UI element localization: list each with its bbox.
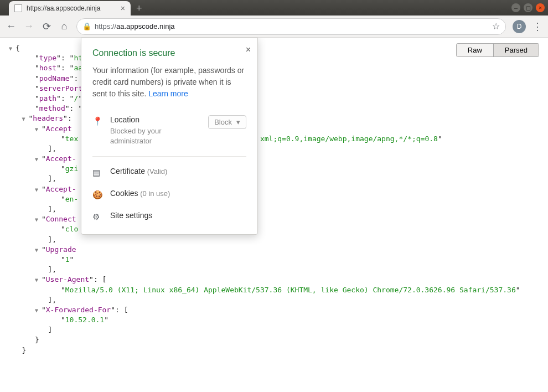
- cookie-icon: 🍪: [92, 189, 102, 200]
- learn-more-link[interactable]: Learn more: [148, 89, 188, 98]
- window-close-button[interactable]: ×: [536, 3, 545, 12]
- new-tab-button[interactable]: +: [136, 3, 142, 16]
- lock-icon[interactable]: 🔒: [82, 22, 91, 30]
- window-titlebar: https://aa.appscode.ninja × + – ◻ ×: [0, 0, 548, 16]
- browser-tab[interactable]: https://aa.appscode.ninja ×: [9, 1, 131, 16]
- json-view-toggle: Raw Parsed: [456, 43, 539, 57]
- address-bar[interactable]: 🔒 https://aa.appscode.ninja ☆: [76, 18, 506, 35]
- certificate-icon: ▤: [92, 167, 102, 178]
- window-minimize-button[interactable]: –: [511, 3, 520, 12]
- tab-title: https://aa.appscode.ninja: [27, 4, 100, 12]
- location-row: 📍 Location Blocked by your administrator…: [92, 110, 246, 152]
- popup-close-icon[interactable]: ×: [246, 45, 251, 55]
- reload-button[interactable]: ⟳: [41, 20, 52, 33]
- site-info-popup: × Connection is secure Your information …: [81, 38, 258, 235]
- location-sub: Blocked by your administrator: [110, 126, 200, 146]
- page-favicon: [14, 4, 22, 12]
- bookmark-star-icon[interactable]: ☆: [492, 21, 500, 32]
- popup-title: Connection is secure: [92, 48, 246, 58]
- url-protocol: https://: [95, 22, 116, 30]
- forward-button[interactable]: →: [23, 20, 34, 32]
- certificate-row[interactable]: ▤ Certificate (Valid): [92, 161, 246, 183]
- site-settings-row[interactable]: ⚙ Site settings: [92, 205, 246, 228]
- gear-icon: ⚙: [92, 211, 102, 222]
- window-controls: – ◻ ×: [511, 3, 545, 12]
- browser-toolbar: ← → ⟳ ⌂ 🔒 https://aa.appscode.ninja ☆ D …: [0, 16, 548, 38]
- location-icon: 📍: [92, 115, 102, 126]
- location-label: Location: [110, 115, 200, 124]
- browser-menu-button[interactable]: ⋮: [533, 20, 542, 33]
- home-button[interactable]: ⌂: [59, 20, 70, 32]
- parsed-tab[interactable]: Parsed: [494, 44, 539, 56]
- window-maximize-button[interactable]: ◻: [524, 3, 533, 12]
- cookies-row[interactable]: 🍪 Cookies (0 in use): [92, 183, 246, 205]
- chevron-down-icon: ▾: [236, 118, 240, 126]
- page-content: Raw Parsed ▼{ "type": "ht "host": "aa "p…: [0, 38, 548, 392]
- back-button[interactable]: ←: [6, 20, 17, 32]
- raw-tab[interactable]: Raw: [457, 44, 494, 56]
- close-tab-icon[interactable]: ×: [121, 4, 125, 13]
- url-host: aa.appscode.ninja: [116, 22, 175, 30]
- profile-avatar[interactable]: D: [513, 20, 526, 33]
- popup-description: Your information (for example, passwords…: [92, 65, 246, 100]
- location-block-dropdown[interactable]: Block▾: [208, 115, 246, 129]
- tabs-row: https://aa.appscode.ninja × +: [3, 0, 142, 16]
